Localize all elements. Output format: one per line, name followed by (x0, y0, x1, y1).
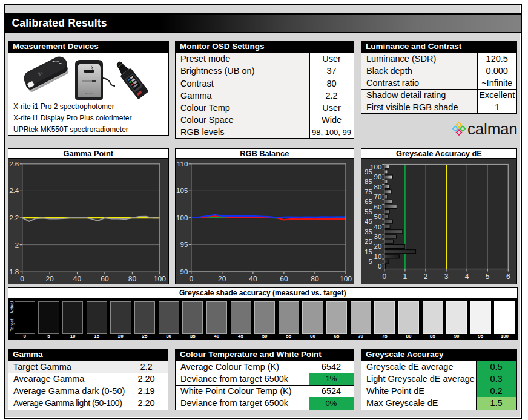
svg-text:20: 20 (45, 275, 54, 283)
svg-text:2: 2 (15, 241, 19, 248)
svg-text:0: 0 (20, 275, 24, 283)
svg-text:● x-rite: ● x-rite (85, 91, 93, 94)
svg-text:0: 0 (382, 272, 386, 280)
svg-text:40: 40 (374, 223, 382, 230)
svg-text:6: 6 (506, 272, 510, 280)
svg-text:80: 80 (311, 274, 319, 283)
svg-text:1: 1 (403, 272, 408, 280)
svg-text:2.2: 2.2 (9, 214, 19, 221)
svg-text:0: 0 (189, 274, 193, 283)
svg-text:30: 30 (374, 233, 382, 240)
svg-text:5: 5 (368, 258, 372, 265)
svg-text:2.6: 2.6 (9, 160, 19, 167)
svg-text:20: 20 (218, 274, 226, 283)
svg-text:4: 4 (465, 272, 469, 280)
svg-text:45: 45 (365, 218, 372, 225)
svg-text:35: 35 (365, 228, 372, 235)
svg-text:75: 75 (365, 188, 372, 195)
svg-text:60: 60 (374, 203, 382, 210)
svg-text:80: 80 (128, 275, 137, 283)
svg-text:80: 80 (374, 183, 382, 190)
svg-text:2: 2 (424, 272, 428, 280)
svg-text:5: 5 (486, 272, 490, 280)
svg-text:90: 90 (180, 267, 188, 275)
svg-text:100: 100 (154, 275, 166, 283)
svg-text:70: 70 (374, 193, 382, 200)
svg-text:calman: calman (467, 120, 518, 138)
svg-text:60: 60 (101, 275, 109, 283)
svg-text:3: 3 (444, 272, 449, 280)
svg-text:105: 105 (176, 187, 188, 194)
svg-text:0: 0 (378, 263, 381, 270)
svg-text:25: 25 (365, 238, 372, 245)
svg-text:100: 100 (176, 214, 188, 221)
svg-text:40: 40 (249, 274, 257, 283)
svg-text:55: 55 (365, 208, 372, 215)
svg-text:40: 40 (73, 275, 82, 283)
svg-text:65: 65 (365, 198, 372, 205)
svg-text:95: 95 (365, 168, 372, 175)
svg-text:85: 85 (365, 178, 372, 185)
svg-text:20: 20 (374, 243, 382, 250)
svg-text:110: 110 (177, 160, 188, 167)
svg-text:60: 60 (280, 274, 288, 283)
svg-text:90: 90 (374, 173, 382, 180)
svg-text:95: 95 (180, 241, 188, 248)
svg-text:1.8: 1.8 (9, 268, 19, 275)
svg-text:15: 15 (365, 248, 372, 255)
svg-text:100: 100 (340, 274, 352, 283)
svg-text:2.4: 2.4 (9, 187, 19, 194)
svg-text:10: 10 (374, 252, 382, 260)
svg-text:50: 50 (374, 213, 382, 220)
